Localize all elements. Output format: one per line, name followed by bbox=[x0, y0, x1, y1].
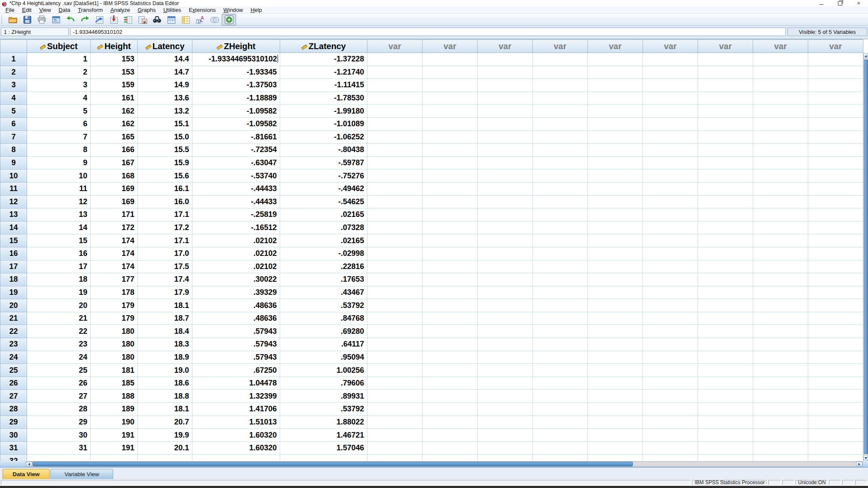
empty-cell[interactable] bbox=[588, 195, 643, 208]
empty-cell[interactable] bbox=[643, 92, 698, 105]
empty-cell[interactable] bbox=[478, 92, 533, 105]
empty-cell[interactable] bbox=[423, 403, 478, 416]
data-cell[interactable]: 25 bbox=[27, 364, 91, 377]
empty-cell[interactable] bbox=[367, 208, 423, 222]
row-header-8[interactable]: 8 bbox=[0, 144, 27, 157]
empty-cell[interactable] bbox=[367, 286, 423, 299]
empty-cell[interactable] bbox=[808, 208, 863, 222]
row-header-10[interactable]: 10 bbox=[0, 169, 27, 183]
data-cell[interactable]: 180 bbox=[91, 325, 138, 338]
empty-cell[interactable] bbox=[423, 156, 478, 169]
empty-cell[interactable] bbox=[423, 169, 478, 183]
empty-cell[interactable] bbox=[533, 299, 588, 312]
empty-cell[interactable] bbox=[643, 364, 698, 377]
data-cell[interactable]: -.81661 bbox=[192, 130, 280, 144]
empty-cell[interactable] bbox=[533, 260, 588, 273]
menu-file[interactable]: File bbox=[2, 7, 18, 13]
empty-cell[interactable] bbox=[478, 338, 533, 351]
empty-cell[interactable] bbox=[698, 234, 753, 247]
data-cell[interactable]: .57943 bbox=[192, 325, 280, 338]
redo-button[interactable] bbox=[78, 14, 92, 25]
data-cell[interactable]: 177 bbox=[91, 273, 138, 286]
data-cell[interactable]: 166 bbox=[91, 144, 138, 157]
empty-cell[interactable] bbox=[588, 105, 643, 118]
empty-cell[interactable] bbox=[808, 351, 863, 364]
empty-cell[interactable] bbox=[588, 247, 643, 260]
empty-cell[interactable] bbox=[423, 234, 478, 247]
empty-cell[interactable] bbox=[423, 117, 478, 130]
empty-cell[interactable] bbox=[533, 390, 588, 403]
data-cell[interactable]: -1.09582 bbox=[192, 117, 280, 130]
data-cell[interactable]: -.59787 bbox=[280, 156, 367, 169]
empty-cell[interactable] bbox=[698, 169, 753, 183]
row-header-15[interactable]: 15 bbox=[0, 234, 27, 247]
data-cell[interactable]: 18.7 bbox=[138, 312, 192, 325]
empty-cell[interactable] bbox=[91, 455, 138, 461]
empty-cell[interactable] bbox=[423, 208, 478, 222]
empty-cell[interactable] bbox=[753, 221, 808, 234]
empty-cell[interactable] bbox=[533, 221, 588, 234]
data-cell[interactable]: 19 bbox=[27, 286, 91, 299]
empty-cell[interactable] bbox=[808, 286, 863, 299]
empty-cell[interactable] bbox=[478, 260, 533, 273]
data-cell[interactable]: 181 bbox=[91, 364, 138, 377]
empty-cell[interactable] bbox=[808, 338, 863, 351]
empty-cell[interactable] bbox=[478, 377, 533, 390]
empty-cell[interactable] bbox=[588, 338, 643, 351]
data-cell[interactable]: 6 bbox=[27, 117, 91, 130]
empty-cell[interactable] bbox=[478, 221, 533, 234]
data-cell[interactable]: -.49462 bbox=[280, 182, 367, 195]
empty-cell[interactable] bbox=[753, 429, 808, 442]
empty-cell[interactable] bbox=[643, 403, 698, 416]
data-cell[interactable]: 15.9 bbox=[138, 156, 192, 169]
data-cell[interactable]: 18.3 bbox=[138, 338, 192, 351]
empty-cell[interactable] bbox=[808, 182, 863, 195]
empty-cell[interactable] bbox=[478, 390, 533, 403]
empty-cell[interactable] bbox=[643, 130, 698, 144]
menu-view[interactable]: View bbox=[35, 7, 55, 13]
data-cell[interactable]: 12 bbox=[27, 195, 91, 208]
empty-cell[interactable] bbox=[367, 221, 423, 234]
row-header-28[interactable]: 28 bbox=[0, 403, 27, 416]
empty-cell[interactable] bbox=[533, 325, 588, 338]
empty-cell[interactable] bbox=[423, 416, 478, 429]
row-header-14[interactable]: 14 bbox=[0, 221, 27, 234]
data-cell[interactable]: 18 bbox=[27, 273, 91, 286]
data-cell[interactable]: 18.6 bbox=[138, 377, 192, 390]
empty-cell[interactable] bbox=[423, 338, 478, 351]
empty-cell[interactable] bbox=[478, 351, 533, 364]
row-header-5[interactable]: 5 bbox=[0, 105, 27, 118]
menu-transform[interactable]: Transform bbox=[74, 7, 107, 13]
empty-cell[interactable] bbox=[698, 364, 753, 377]
data-cell[interactable]: 23 bbox=[27, 338, 91, 351]
empty-cell[interactable] bbox=[478, 79, 533, 92]
data-cell[interactable]: 30 bbox=[27, 429, 91, 442]
empty-cell[interactable] bbox=[753, 286, 808, 299]
empty-cell[interactable] bbox=[367, 92, 423, 105]
editing-cell[interactable]: -1.93344695310102 bbox=[192, 53, 280, 66]
empty-cell[interactable] bbox=[588, 325, 643, 338]
data-cell[interactable]: -.80438 bbox=[280, 144, 367, 157]
menu-help[interactable]: Help bbox=[247, 7, 266, 13]
data-cell[interactable]: 13 bbox=[27, 208, 91, 222]
row-header-16[interactable]: 16 bbox=[0, 247, 27, 260]
empty-cell[interactable] bbox=[753, 403, 808, 416]
undo-button[interactable] bbox=[63, 14, 78, 25]
empty-cell[interactable] bbox=[698, 455, 753, 461]
empty-cell[interactable] bbox=[588, 416, 643, 429]
data-cell[interactable]: .89931 bbox=[280, 390, 367, 403]
empty-cell[interactable] bbox=[643, 117, 698, 130]
row-header-31[interactable]: 31 bbox=[0, 441, 27, 455]
empty-cell[interactable] bbox=[643, 169, 698, 183]
data-cell[interactable]: -.63047 bbox=[192, 156, 280, 169]
show-all-variables-button[interactable] bbox=[222, 14, 236, 25]
empty-cell[interactable] bbox=[533, 182, 588, 195]
empty-cell[interactable] bbox=[753, 117, 808, 130]
empty-cell[interactable] bbox=[588, 455, 643, 461]
empty-cell[interactable] bbox=[423, 260, 478, 273]
empty-cell[interactable] bbox=[27, 455, 91, 461]
save-button[interactable] bbox=[20, 14, 34, 25]
empty-cell[interactable] bbox=[588, 234, 643, 247]
use-variable-sets-button[interactable] bbox=[207, 14, 222, 25]
data-cell[interactable]: 16.1 bbox=[138, 182, 192, 195]
